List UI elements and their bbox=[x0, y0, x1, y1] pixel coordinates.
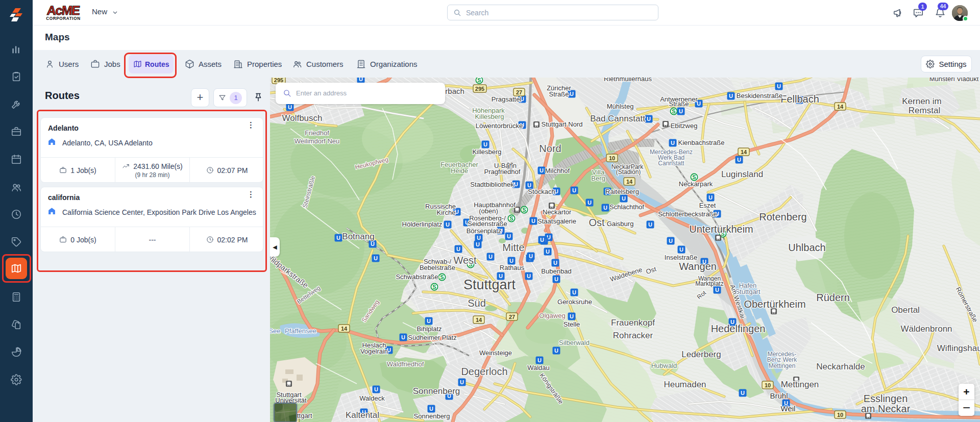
svg-text:Stadtbibliothek: Stadtbibliothek bbox=[470, 181, 514, 188]
svg-text:Riethmüllerhaus: Riethmüllerhaus bbox=[604, 78, 652, 83]
svg-text:U: U bbox=[488, 254, 493, 260]
svg-text:Geroksruhe: Geroksruhe bbox=[557, 298, 592, 306]
svg-text:295: 295 bbox=[475, 86, 484, 92]
svg-text:U: U bbox=[540, 167, 544, 173]
svg-text:U: U bbox=[477, 235, 481, 241]
svg-text:Sonnenberg: Sonnenberg bbox=[414, 412, 450, 420]
svg-text:27: 27 bbox=[516, 89, 522, 95]
svg-text:Ebitzweg: Ebitzweg bbox=[671, 122, 698, 130]
svg-text:U: U bbox=[679, 108, 683, 114]
svg-text:U: U bbox=[514, 181, 518, 187]
svg-text:(Stadion): (Stadion) bbox=[616, 168, 641, 176]
svg-text:Gaisburg: Gaisburg bbox=[607, 220, 634, 228]
svg-text:S: S bbox=[522, 207, 526, 213]
svg-text:Cannstatt: Cannstatt bbox=[658, 160, 684, 167]
svg-text:U: U bbox=[483, 141, 487, 147]
svg-text:Bad Cannstatt: Bad Cannstatt bbox=[590, 114, 645, 123]
svg-text:U: U bbox=[737, 157, 741, 163]
svg-text:Wäldenbronn: Wäldenbronn bbox=[900, 324, 952, 334]
svg-text:U: U bbox=[427, 318, 431, 324]
svg-text:Pfaffensee: Pfaffensee bbox=[285, 327, 316, 335]
svg-text:U: U bbox=[679, 246, 683, 253]
svg-text:Friedhof: Friedhof bbox=[305, 129, 329, 137]
svg-text:AcME: AcME bbox=[46, 3, 81, 17]
svg-text:Pragfriedhof: Pragfriedhof bbox=[484, 168, 521, 176]
svg-text:U: U bbox=[777, 83, 781, 89]
svg-text:Fellbach: Fellbach bbox=[780, 93, 819, 105]
svg-text:Olgaweg: Olgaweg bbox=[539, 312, 565, 319]
svg-text:Rathaus: Rathaus bbox=[500, 264, 525, 271]
svg-text:Seidenstraße: Seidenstraße bbox=[468, 220, 507, 228]
svg-text:S: S bbox=[509, 215, 513, 221]
svg-text:Obertal: Obertal bbox=[891, 305, 920, 315]
svg-text:U: U bbox=[669, 238, 673, 244]
svg-text:Sonnenberg: Sonnenberg bbox=[413, 386, 460, 396]
svg-text:Waldeck: Waldeck bbox=[359, 394, 385, 402]
svg-text:Wiflingshaus: Wiflingshaus bbox=[937, 343, 980, 353]
svg-text:Milchhof: Milchhof bbox=[545, 167, 570, 175]
svg-text:Stuttgart Nord: Stuttgart Nord bbox=[542, 120, 583, 128]
svg-text:10: 10 bbox=[765, 382, 771, 388]
svg-text:Börsenplatz: Börsenplatz bbox=[467, 227, 502, 235]
svg-text:Süd: Süd bbox=[468, 297, 486, 309]
svg-text:Neckarpark: Neckarpark bbox=[679, 180, 713, 188]
svg-text:Kaltental: Kaltental bbox=[346, 410, 379, 420]
svg-text:Beskidenstraße: Beskidenstraße bbox=[737, 92, 782, 100]
svg-text:Wangen: Wangen bbox=[679, 261, 717, 272]
svg-text:14: 14 bbox=[476, 317, 482, 323]
svg-text:Waldfriedhof: Waldfriedhof bbox=[387, 360, 424, 368]
svg-text:Mühlsteg: Mühlsteg bbox=[607, 103, 634, 110]
svg-text:West: West bbox=[453, 255, 477, 266]
svg-text:Weilimdorf Neu: Weilimdorf Neu bbox=[295, 137, 340, 145]
svg-text:Mettingen: Mettingen bbox=[781, 380, 819, 389]
svg-text:S: S bbox=[477, 78, 481, 83]
svg-text:U: U bbox=[531, 218, 535, 224]
svg-text:Straße: Straße bbox=[669, 100, 689, 108]
svg-text:Staatsgalerie: Staatsgalerie bbox=[537, 217, 576, 225]
svg-text:U: U bbox=[507, 233, 511, 239]
svg-text:Eszet: Eszet bbox=[699, 202, 716, 209]
svg-text:U: U bbox=[572, 289, 576, 295]
svg-text:Inselstraße: Inselstraße bbox=[665, 254, 697, 261]
svg-text:U: U bbox=[587, 200, 592, 206]
svg-text:10: 10 bbox=[837, 412, 843, 418]
svg-text:(oben): (oben) bbox=[479, 207, 498, 215]
svg-text:CORPORATION: CORPORATION bbox=[46, 16, 80, 21]
svg-text:U: U bbox=[715, 287, 719, 293]
svg-text:Obertürkheim: Obertürkheim bbox=[744, 299, 805, 310]
svg-text:Bubenbad: Bubenbad bbox=[541, 267, 571, 275]
svg-text:Vogelrain: Vogelrain bbox=[360, 347, 388, 355]
svg-text:Brühl: Brühl bbox=[770, 391, 788, 400]
svg-text:U: U bbox=[553, 260, 557, 266]
svg-text:U: U bbox=[554, 276, 558, 282]
svg-text:U: U bbox=[529, 253, 533, 259]
svg-text:Degerloch: Degerloch bbox=[461, 366, 507, 377]
svg-text:10: 10 bbox=[609, 155, 615, 161]
svg-text:Raitelsberg: Raitelsberg bbox=[605, 188, 639, 195]
svg-text:U: U bbox=[429, 406, 433, 412]
svg-text:U: U bbox=[374, 386, 378, 392]
svg-text:Hedelfingen: Hedelfingen bbox=[711, 323, 766, 334]
svg-text:Luginsland: Luginsland bbox=[721, 169, 763, 179]
svg-text:U: U bbox=[509, 258, 513, 264]
svg-text:U: U bbox=[546, 249, 550, 255]
svg-text:U: U bbox=[570, 313, 574, 319]
svg-text:Nord: Nord bbox=[539, 143, 561, 154]
svg-text:Heide: Heide bbox=[451, 167, 468, 175]
svg-text:U: U bbox=[554, 347, 558, 354]
svg-text:S: S bbox=[440, 274, 444, 280]
svg-text:U: U bbox=[622, 195, 626, 202]
svg-text:U: U bbox=[336, 235, 340, 241]
svg-text:Kienbachstraße: Kienbachstraße bbox=[678, 139, 724, 146]
svg-text:U: U bbox=[456, 246, 460, 252]
svg-text:Uhlbach: Uhlbach bbox=[788, 242, 825, 253]
svg-text:Botnang: Botnang bbox=[342, 232, 374, 241]
svg-text:U: U bbox=[446, 221, 450, 228]
svg-text:U: U bbox=[401, 334, 405, 340]
svg-text:S: S bbox=[692, 174, 696, 180]
svg-text:Südheimer Platz: Südheimer Platz bbox=[408, 334, 456, 341]
svg-text:S: S bbox=[672, 108, 675, 114]
svg-text:Neckartor: Neckartor bbox=[543, 208, 572, 216]
svg-text:U: U bbox=[729, 93, 733, 99]
svg-text:Killesberg: Killesberg bbox=[475, 113, 504, 120]
